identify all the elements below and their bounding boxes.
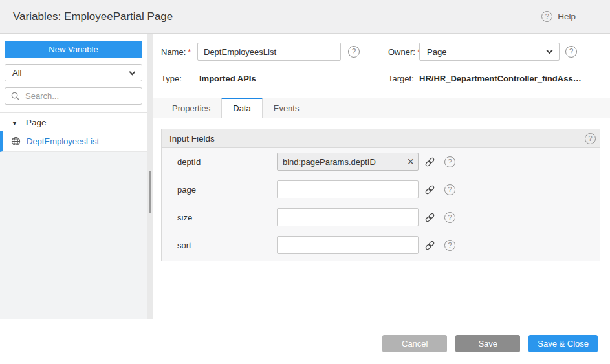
owner-select-value: Page [427,47,446,57]
chevron-down-icon [129,69,136,75]
variables-dialog: Variables: EmployeePartial Page Help New… [0,0,610,364]
field-help-icon[interactable] [444,212,455,223]
name-input[interactable] [197,43,341,61]
variable-tree: Page DeptEmployeesList [0,112,147,319]
chevron-down-icon [547,48,553,54]
type-label: Type: [161,74,199,83]
tab-properties[interactable]: Properties [161,98,221,118]
bind-link-icon[interactable] [424,240,435,251]
help-button[interactable]: Help [541,11,576,22]
field-row-sort: sort [177,236,600,254]
cancel-button[interactable]: Cancel [382,335,447,352]
input-fields-body: deptId [162,148,600,261]
size-input[interactable] [277,208,419,226]
field-help-icon[interactable] [444,156,455,167]
input-fields-title: Input Fields [169,134,215,144]
search-box [5,87,142,105]
input-fields-header: Input Fields [162,129,600,148]
scrollbar-thumb[interactable] [149,171,151,213]
field-row-size: size [177,208,600,226]
bind-link-icon[interactable] [424,184,435,195]
help-label: Help [558,12,576,21]
tab-events[interactable]: Events [263,98,310,118]
type-value: Imported APIs [199,74,256,83]
dialog-body: New Variable All Page [0,34,610,319]
tree-group-page[interactable]: Page [0,113,147,131]
tree-item-label: DeptEmployeesList [27,136,99,146]
field-label: deptId [177,157,277,167]
target-label: Target: [388,74,419,83]
bind-link-icon[interactable] [424,212,435,223]
field-label: page [177,185,277,195]
search-icon [11,92,19,100]
panel-divider[interactable] [147,34,153,319]
editor-tabs: Properties Data Events [153,98,610,118]
tree-item-deptemployeeslist[interactable]: DeptEmployeesList [0,131,147,152]
variable-filter-select[interactable]: All [5,64,142,81]
target-value: HR/HR_DepartmentController_findAss… [419,74,582,83]
field-label: sort [177,241,277,250]
tab-data[interactable]: Data [221,98,262,118]
required-asterisk: * [188,47,191,57]
owner-label: Owner:* [388,47,419,57]
page-title: Variables: EmployeePartial Page [13,10,173,23]
save-and-close-button[interactable]: Save & Close [528,335,598,352]
new-variable-button[interactable]: New Variable [5,41,142,58]
dialog-footer: Cancel Save Save & Close [0,319,610,364]
sidebar-empty-area [0,152,147,319]
collapse-arrow-icon [12,118,17,127]
field-row-page: page [177,180,600,198]
sort-input[interactable] [277,236,419,254]
bind-link-icon[interactable] [424,156,435,167]
field-help-icon[interactable] [444,240,455,251]
filter-select-value: All [12,68,21,78]
name-help-icon[interactable] [348,46,360,58]
input-fields-panel: Input Fields deptId [161,129,600,261]
page-input[interactable] [277,180,419,198]
clear-binding-icon[interactable] [407,156,414,167]
globe-icon [11,136,21,146]
input-fields-help-icon[interactable] [585,133,596,144]
owner-help-icon[interactable] [565,46,577,58]
search-input[interactable] [24,91,136,102]
dialog-header: Variables: EmployeePartial Page Help [0,0,610,34]
field-label: size [177,213,277,222]
deptid-input[interactable] [277,153,419,171]
field-help-icon[interactable] [444,184,455,195]
help-icon [541,11,552,22]
variable-editor: Name:* Owner:* Page Type: Imported APIs [153,34,610,319]
save-button[interactable]: Save [455,335,520,352]
owner-select[interactable]: Page [419,43,560,61]
sidebar: New Variable All Page [0,34,147,319]
tree-group-label: Page [26,118,47,127]
name-label: Name:* [161,47,197,57]
field-row-deptid: deptId [177,153,600,171]
